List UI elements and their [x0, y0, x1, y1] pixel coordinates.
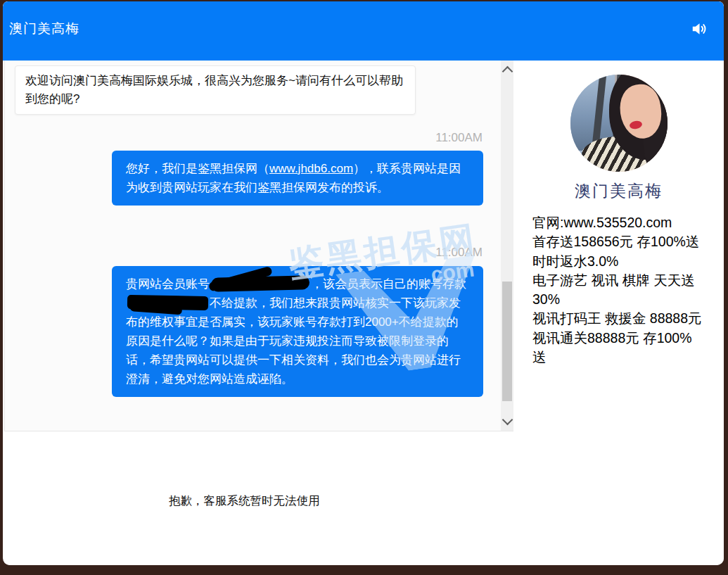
outgoing-message-1: 您好，我们是鉴黑担保网（www.jhdb6.com），联系贵网站是因为收到贵网站… [112, 151, 483, 206]
avatar [570, 75, 668, 172]
scroll-down-icon[interactable] [502, 415, 513, 426]
speaker-icon[interactable] [690, 20, 708, 38]
promo-line: 视讯打码王 救援金 88888元 [532, 309, 705, 328]
redaction-mark [211, 275, 309, 292]
footer-area: 抱歉，客服系统暂时无法使用 [4, 431, 513, 565]
page-title: 澳门美高梅 [9, 20, 79, 38]
scrollbar-thumb[interactable] [502, 282, 512, 401]
scroll-up-icon[interactable] [502, 66, 513, 77]
message-text: 贵网站会员账号 [126, 277, 210, 291]
redaction-mark [127, 295, 208, 310]
timestamp: 11:00AM [435, 131, 483, 145]
page-background: { "header": { "title": "澳门美高梅" }, "chat"… [0, 0, 728, 575]
sidebar-site-name: 澳门美高梅 [513, 180, 724, 202]
promo-block: 官网:www.535520.com 首存送158656元 存100%送 时时返水… [532, 213, 705, 367]
promo-line: 官网:www.535520.com [532, 213, 705, 232]
message-text: 您好，我们是鉴黑担保网（ [126, 162, 269, 175]
incoming-message-text: 欢迎访问澳门美高梅国际娱乐城，很高兴为您服务~请问有什么可以帮助到您的呢? [25, 74, 403, 106]
timestamp: 11:00AM [435, 246, 483, 260]
incoming-message: 欢迎访问澳门美高梅国际娱乐城，很高兴为您服务~请问有什么可以帮助到您的呢? [15, 65, 416, 115]
header: 澳门美高梅 [3, 1, 724, 61]
promo-line: 视讯通关88888元 存100%送 [532, 329, 705, 367]
chat-scrollbar[interactable] [501, 61, 513, 431]
system-unavailable-notice: 抱歉，客服系统暂时无法使用 [169, 493, 320, 509]
outgoing-message-2: 贵网站会员账号，该会员表示自己的账号存款不给提款，我们想来跟贵网站核实一下该玩家… [112, 266, 483, 397]
sidebar: 澳门美高梅 官网:www.535520.com 首存送158656元 存100%… [513, 61, 724, 565]
message-text: ，该会员表示自己的账号存款 [311, 277, 466, 291]
promo-line: 电子游艺 视讯 棋牌 天天送30% [532, 271, 705, 310]
chat-area: 欢迎访问澳门美高梅国际娱乐城，很高兴为您服务~请问有什么可以帮助到您的呢? 11… [4, 61, 513, 431]
jhdb6-link[interactable]: www.jhdb6.com [269, 162, 353, 175]
chat-window: 澳门美高梅 欢迎访问澳门美高梅国际娱乐城，很高兴为您服务~请问有什么可以帮助到您… [3, 1, 724, 565]
promo-line: 首存送158656元 存100%送 时时返水3.0% [532, 232, 705, 271]
